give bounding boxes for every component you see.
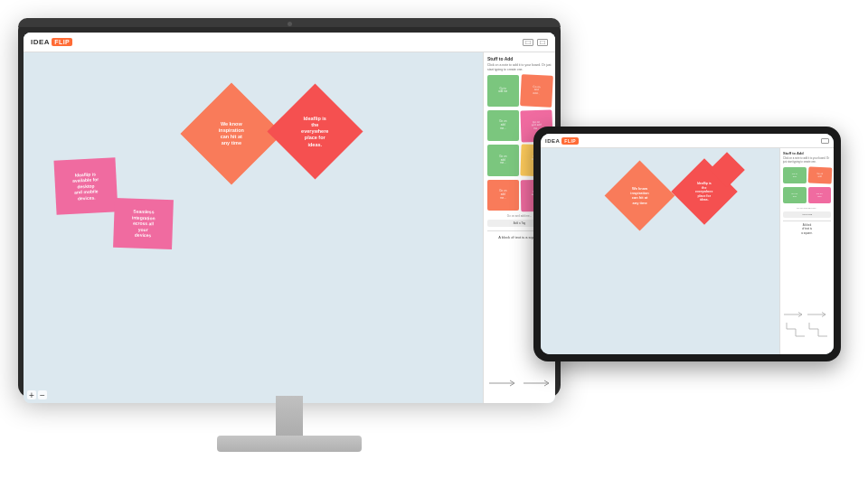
monitor-neck xyxy=(276,396,303,441)
sticky-diamond-2-text: Ideaflip istheeverywhereplace forideas. xyxy=(281,112,349,152)
sticky-flat-2-text: Seamlessintegrationacross allyourdevices xyxy=(128,206,158,242)
tablet-note-2-text: Go onadd xyxy=(816,173,823,178)
tablet-note-1[interactable]: Go toadd xyxy=(783,167,807,183)
sticky-diamond-2[interactable]: Ideaflip istheeverywhereplace forideas. xyxy=(267,83,363,179)
tablet-note-4-text: Go onadd xyxy=(816,192,823,198)
monitor-camera xyxy=(288,22,292,26)
tablet-sticky-1-text: We knowinspirationcan hit atany time xyxy=(615,183,665,209)
monitor-base xyxy=(217,436,362,452)
sidebar-note-7-text: Go onaddme... xyxy=(499,190,506,200)
monitor-frame: IDEA FLIP xyxy=(18,18,561,398)
tablet-sticky-1[interactable]: We knowinspirationcan hit atany time xyxy=(605,161,675,231)
app-logo: IDEA FLIP xyxy=(31,38,72,46)
tablet-text-block: A blockof text isa square. xyxy=(783,223,831,235)
tablet-notes-row2: Go onadd Go onadd xyxy=(783,187,831,203)
zoom-controls: + − xyxy=(27,390,47,399)
sidebar-note-3[interactable]: Go onaddme... xyxy=(487,110,519,142)
sidebar-note-1[interactable]: Go toadd me xyxy=(487,75,519,107)
sticky-flat-1[interactable]: Ideaflip isavailable fordesktopand mobil… xyxy=(53,157,118,214)
tablet-note-4[interactable]: Go onadd xyxy=(808,187,832,203)
svg-rect-1 xyxy=(540,41,545,44)
tablet-add-tag[interactable]: Add a Tag xyxy=(783,211,831,218)
tablet-sidebar-title: Stuff to Add xyxy=(783,151,831,155)
sidebar-subtitle: Click on a note to add it to your board.… xyxy=(487,63,552,71)
sidebar-note-7[interactable]: Go onaddme... xyxy=(487,180,519,211)
sidebar-note-5[interactable]: Go onaddme... xyxy=(487,145,519,176)
sidebar-note-2-text: Go onandadd... xyxy=(532,86,540,96)
tablet-sidebar: Stuff to Add Click on a note to add it t… xyxy=(779,148,834,354)
tablet-frame: IDEA FLIP Stuff to Add Click on a note t… xyxy=(533,127,841,361)
topbar-icons xyxy=(523,39,548,46)
monitor-screen: IDEA FLIP xyxy=(24,33,555,403)
tablet-arrows-svg xyxy=(782,309,832,345)
tablet-arrows xyxy=(782,309,832,349)
tablet-app-ui: IDEA FLIP Stuff to Add Click on a note t… xyxy=(541,134,834,354)
monitor-wrapper: IDEA FLIP xyxy=(18,18,561,461)
logo-flip-text: FLIP xyxy=(52,38,72,46)
tablet-topbar: IDEA FLIP xyxy=(541,134,834,148)
monitor-topbar: IDEA FLIP xyxy=(24,33,555,52)
monitor-canvas[interactable]: We knowinspirationcan hit atany time Ide… xyxy=(24,52,483,403)
tablet-notes-row1: Go toadd Go onadd xyxy=(783,167,831,183)
tablet-note-3-text: Go onadd xyxy=(791,192,797,198)
scene: IDEA FLIP xyxy=(0,0,868,488)
square-icon xyxy=(525,41,531,44)
sticky-diamond-1[interactable]: We knowinspirationcan hit atany time xyxy=(180,82,282,184)
sidebar-note-2[interactable]: Go onandadd... xyxy=(520,74,552,107)
tablet-topbar-icons xyxy=(821,138,829,144)
sidebar-note-3-text: Go onaddme... xyxy=(499,120,506,130)
sidebar-decorations xyxy=(487,374,552,396)
window-icon-2[interactable] xyxy=(537,39,548,46)
tablet-sidebar-subtitle: Click on a note to add it to your board.… xyxy=(783,157,831,164)
tablet-sticky-small-1-text xyxy=(714,166,740,174)
arrows-svg xyxy=(487,374,552,392)
tablet-note-1-text: Go toadd xyxy=(792,173,797,178)
sidebar-note-1-text: Go toadd me xyxy=(498,88,507,94)
sidebar-note-5-text: Go onaddme... xyxy=(499,155,506,165)
tablet-window-icon[interactable] xyxy=(821,138,829,144)
monitor-bezel-top xyxy=(18,18,561,27)
sticky-flat-1-text: Ideaflip isavailable fordesktopand mobil… xyxy=(69,168,102,204)
tablet-app-logo: IDEA FLIP xyxy=(545,137,579,145)
tablet-screen: IDEA FLIP Stuff to Add Click on a note t… xyxy=(541,134,834,354)
sticky-flat-2[interactable]: Seamlessintegrationacross allyourdevices xyxy=(113,198,174,249)
tablet-canvas[interactable]: We knowinspirationcan hit atany time Ide… xyxy=(541,148,779,354)
zoom-out-button[interactable]: − xyxy=(38,390,47,399)
tablet-note-2[interactable]: Go onadd xyxy=(807,167,831,184)
window-icon-1[interactable] xyxy=(523,39,533,46)
monitor-app-ui: IDEA FLIP xyxy=(24,33,555,403)
tablet-note-3[interactable]: Go onadd xyxy=(783,187,807,203)
tablet-wrapper: IDEA FLIP Stuff to Add Click on a note t… xyxy=(533,127,841,361)
sidebar-notes-row1: Go toadd me Go onandadd... xyxy=(487,75,552,107)
logo-idea-text: IDEA xyxy=(31,38,50,46)
tablet-sidebar-go-on: Go on and add me... xyxy=(783,207,831,210)
svg-rect-0 xyxy=(525,41,531,44)
tablet-go-on-label: Go on and add me... xyxy=(783,207,831,210)
tablet-logo-idea: IDEA xyxy=(545,138,560,144)
square-icon-2 xyxy=(540,41,545,44)
sidebar-title: Stuff to Add xyxy=(487,56,552,61)
zoom-in-button[interactable]: + xyxy=(27,390,36,399)
tablet-divider xyxy=(783,221,831,221)
tablet-logo-flip: FLIP xyxy=(561,137,579,145)
sticky-diamond-1-text: We knowinspirationcan hit atany time xyxy=(195,117,268,151)
